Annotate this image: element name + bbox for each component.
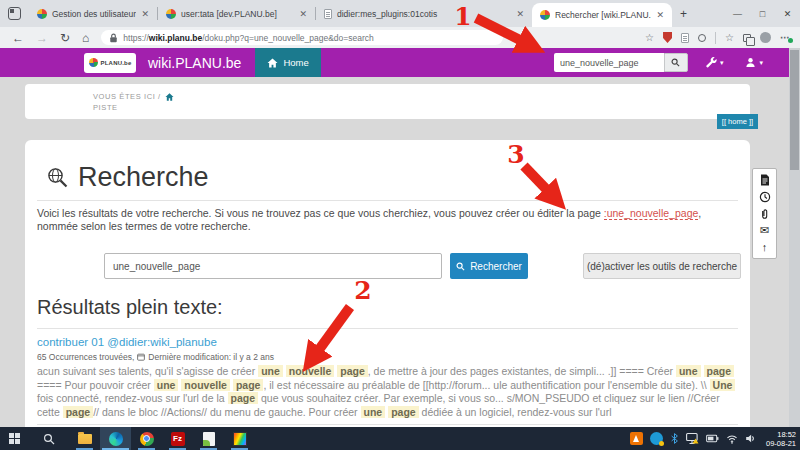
minimize-button[interactable]: — (725, 9, 750, 19)
browser-tab-active[interactable]: Rechercher [wiki.PLANU.b ✕ (532, 3, 672, 27)
window-controls: — □ ✕ (725, 9, 800, 19)
search-intro-text: Voici les résultats de votre recherche. … (37, 207, 739, 233)
header-search-input[interactable] (554, 53, 664, 72)
page-tools: ✉ ↑ (752, 168, 777, 259)
result-page-link[interactable]: contribuer 01 @didier:wiki_planube (37, 336, 217, 348)
page-title: Recherche (47, 162, 209, 193)
user-menu[interactable]: ▾ (745, 57, 763, 68)
file-explorer-icon[interactable] (69, 427, 100, 450)
notepad-app-icon[interactable] (193, 427, 224, 450)
site-tools-menu[interactable]: ▾ (706, 57, 724, 68)
bluetooth-icon[interactable] (670, 432, 679, 445)
new-tab-button[interactable]: + (680, 7, 687, 21)
search-term-highlight: une (361, 406, 386, 418)
adblock-shield-icon[interactable] (663, 32, 672, 43)
browser-home-icon[interactable]: ⌂ (82, 32, 89, 44)
tab-actions-icon[interactable] (8, 7, 21, 20)
browser-tab-2[interactable]: user:tata [dev.PLANU.be] ✕ (158, 0, 315, 27)
search-icon (671, 58, 680, 67)
address-bar-actions: ☆ ☆ ⋯ (645, 32, 790, 44)
update-badge (788, 38, 793, 43)
results-heading: Résultats plein texte: (37, 296, 223, 319)
taskbar-clock[interactable]: 18:52 09-08-21 (766, 430, 796, 448)
planu-logo-icon (89, 58, 98, 67)
search-submit-button[interactable]: Rechercher (450, 253, 528, 279)
reading-mode-icon[interactable] (681, 33, 689, 43)
taskbar-search-icon[interactable] (43, 433, 55, 445)
vlc-tray-icon[interactable] (630, 432, 643, 445)
extension-icon[interactable] (698, 34, 706, 42)
planu-favicon-icon (166, 9, 176, 19)
show-source-icon[interactable] (760, 173, 770, 186)
divider (37, 328, 738, 329)
start-button[interactable] (9, 433, 21, 445)
search-term-highlight: nouvelle (286, 365, 335, 377)
search-query-input[interactable] (104, 253, 442, 279)
browser-tab-3[interactable]: didier:mes_plugins:01cotis ✕ (316, 0, 532, 27)
lock-icon (109, 33, 118, 43)
snippet-text: ==== Pour pouvoir créer (37, 379, 154, 391)
planu-favicon-icon (540, 10, 550, 20)
calendar-icon (137, 353, 145, 361)
tab-close-icon[interactable]: ✕ (299, 9, 307, 19)
search-term-highlight: une (676, 365, 701, 377)
mail-icon[interactable]: ✉ (760, 224, 769, 237)
back-to-top-icon[interactable]: ↑ (762, 241, 768, 254)
browser-address-bar: ← → ↻ ⌂ https://wiki.planu.be/doku.php?q… (0, 27, 800, 48)
site-title[interactable]: wiki.PLANU.be (148, 55, 241, 71)
favorite-star-icon[interactable]: ☆ (645, 32, 654, 43)
divider (715, 32, 716, 44)
browser-tab-1[interactable]: Gestion des utilisateurs Pl ✕ (29, 0, 157, 27)
tab-title: Gestion des utilisateurs Pl (52, 9, 136, 19)
breadcrumb-home-icon[interactable] (165, 93, 174, 101)
wifi-icon[interactable] (726, 434, 738, 444)
favorites-bar-icon[interactable]: ☆ (725, 32, 734, 43)
network-status-icon[interactable] (686, 432, 699, 445)
tab-close-icon[interactable]: ✕ (656, 10, 664, 20)
search-term-highlight: page (704, 365, 735, 377)
close-button[interactable]: ✕ (775, 9, 800, 19)
breadcrumb-page-link[interactable]: PISTE (93, 103, 118, 112)
backlinks-icon[interactable] (759, 207, 770, 220)
breadcrumb-card: VOUS ÊTES ICI / PISTE (25, 84, 750, 119)
you-are-here-label: VOUS ÊTES ICI / (93, 92, 161, 101)
reload-icon[interactable]: ↻ (60, 32, 70, 44)
chrome-icon[interactable] (131, 427, 162, 450)
snippet-text: dédiée à un logiciel, rendez-vous sur l'… (419, 406, 612, 418)
tab-title: didier:mes_plugins:01cotis (337, 9, 511, 19)
scrollbar-thumb[interactable] (790, 50, 799, 170)
search-globe-icon (47, 167, 69, 189)
old-revisions-icon[interactable] (759, 190, 771, 203)
page-favicon-icon (324, 9, 332, 19)
battery-icon[interactable] (706, 433, 719, 444)
tab-title: Rechercher [wiki.PLANU.b (555, 10, 651, 20)
result-meta: 65 Occurrences trouvées, Dernière modifi… (37, 352, 274, 362)
create-page-link[interactable]: :une_nouvelle_page (604, 207, 699, 220)
planu-logo[interactable]: PLANU.be (84, 53, 136, 73)
maximize-button[interactable]: □ (750, 9, 775, 19)
browser-menu-icon[interactable]: ⋯ (780, 32, 790, 43)
clock-date: 09-08-21 (766, 439, 796, 448)
scrollbar-track[interactable] (789, 48, 800, 427)
wiki-home-button[interactable]: Home (255, 48, 320, 77)
edge-icon[interactable] (100, 427, 131, 450)
header-search-button[interactable] (664, 53, 688, 72)
filezilla-icon[interactable]: Fz (162, 427, 193, 450)
forward-icon[interactable]: → (36, 32, 48, 44)
toggle-search-tools-button[interactable]: (dé)activer les outils de recherche (583, 253, 741, 279)
system-tray: 18:52 09-08-21 (630, 430, 796, 448)
tab-close-icon[interactable]: ✕ (516, 9, 524, 19)
divider (37, 200, 738, 201)
home-badge-button[interactable]: [[ home ]] (717, 114, 758, 129)
occurrences-label: 65 Occurrences trouvées, (37, 352, 134, 362)
back-icon[interactable]: ← (12, 32, 24, 44)
search-term-highlight: page (233, 379, 264, 391)
collections-icon[interactable] (743, 34, 751, 42)
profile-avatar[interactable] (760, 32, 771, 43)
image-viewer-icon[interactable] (224, 427, 255, 450)
user-icon (745, 57, 756, 68)
tab-close-icon[interactable]: ✕ (141, 9, 149, 19)
app-tray-icon[interactable] (650, 432, 663, 445)
volume-icon[interactable] (745, 433, 756, 444)
url-field[interactable]: https://wiki.planu.be/doku.php?q=une_nou… (101, 30, 503, 45)
